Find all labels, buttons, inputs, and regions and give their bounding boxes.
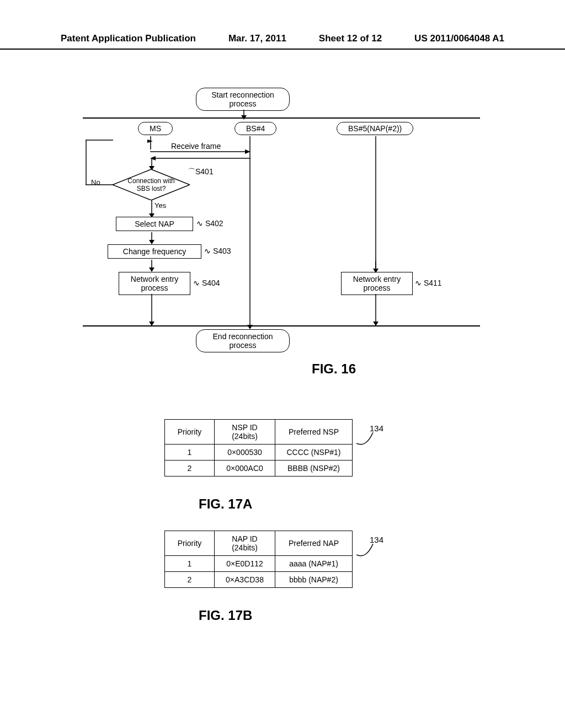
arrow-bs5-in-icon [372, 261, 379, 273]
h-pref-b: Preferred NAP [275, 531, 353, 556]
fig17a-table: Priority NSP ID (24bits) Preferred NSP 1… [164, 419, 353, 477]
lane-ms: MS [138, 122, 173, 135]
cell-id-2b: 0×A3CD38 [215, 572, 275, 588]
h-pref: Preferred NSP [275, 420, 353, 445]
ms-line-1 [150, 136, 151, 149]
svg-marker-20 [149, 240, 154, 244]
callout-curve-icon-b [356, 544, 376, 559]
header-date: Mar. 17, 2011 [228, 33, 286, 44]
label-s403: ∿ S403 [204, 247, 231, 255]
fig17b-table: Priority NAP ID (24bits) Preferred NAP 1… [164, 531, 353, 588]
label-s404: ∿ S404 [193, 279, 220, 287]
cell-pri-1: 1 [165, 445, 215, 461]
h-id-b: NAP ID (24bits) [215, 531, 275, 556]
cell-pri-2: 2 [165, 461, 215, 477]
header-sheet: Sheet 12 of 12 [319, 33, 382, 44]
end-text: End reconnection process [213, 332, 273, 350]
fig17b-table-wrap: Priority NAP ID (24bits) Preferred NAP 1… [164, 531, 353, 588]
fig17b-label: FIG. 17B [199, 608, 252, 623]
arrow-to-decision-icon [148, 158, 155, 170]
lane-bs5-text: BS#5(NAP(#2)) [348, 124, 402, 133]
lifeline-bs4 [249, 136, 250, 326]
fig16-label: FIG. 16 [312, 361, 356, 377]
fig16-flowchart: Start reconnection process MS BS#4 BS#5(… [66, 91, 497, 367]
arrow-2-icon [148, 232, 155, 244]
svg-marker-16 [147, 140, 153, 143]
svg-marker-28 [373, 322, 379, 326]
lane-ms-text: MS [150, 124, 161, 133]
lane-bs5: BS#5(NAP(#2)) [337, 122, 413, 135]
change-freq-box: Change frequency [108, 244, 201, 259]
fig17b-ref: 134 [370, 535, 383, 544]
svg-marker-6 [245, 149, 250, 154]
svg-marker-22 [149, 267, 154, 272]
select-nap-text: Select NAP [135, 220, 174, 228]
fig17a-ref: 134 [370, 424, 383, 433]
page-header: Patent Application Publication Mar. 17, … [0, 0, 565, 50]
cell-id-2: 0×000AC0 [215, 461, 275, 477]
cell-pri-1b: 1 [165, 556, 215, 572]
net-entry-ms-box: Network entry process [119, 272, 190, 295]
fig17a-table-wrap: Priority NSP ID (24bits) Preferred NSP 1… [164, 419, 353, 477]
callout-curve-icon [356, 432, 376, 448]
arrow-bs4-down-icon [247, 312, 253, 329]
decision-diamond: Connection with SBS lost? [113, 169, 190, 200]
cell-name-1b: aaaa (NAP#1) [275, 556, 353, 572]
start-text: Start reconnection process [211, 90, 274, 108]
label-s411: ∿ S411 [415, 279, 442, 287]
svg-marker-26 [149, 322, 154, 326]
table-row: 2 0×000AC0 BBBB (NSP#2) [165, 461, 353, 477]
net-entry-bs5-box: Network entry process [341, 272, 413, 295]
cell-name-1: CCCC (NSP#1) [275, 445, 353, 461]
header-pubno: US 2011/0064048 A1 [414, 33, 504, 44]
arrow-bs5-down-icon [372, 294, 379, 326]
start-terminal: Start reconnection process [196, 88, 290, 111]
divider-top [83, 117, 480, 119]
arrow-3-icon [148, 260, 155, 272]
fig17a-label: FIG. 17A [199, 496, 252, 512]
h-priority: Priority [165, 420, 215, 445]
cell-id-1: 0×000530 [215, 445, 275, 461]
h-priority-b: Priority [165, 531, 215, 556]
no-loop-arrowhead-icon [86, 140, 153, 143]
net-entry-bs5-text: Network entry process [353, 275, 401, 292]
header-left: Patent Application Publication [61, 33, 196, 44]
table-row: 1 0×E0D112 aaaa (NAP#1) [165, 556, 353, 572]
receive-arrows-icon [150, 149, 250, 160]
lane-bs4: BS#4 [234, 122, 276, 135]
arrow-yes-icon [148, 200, 155, 218]
net-entry-ms-text: Network entry process [131, 275, 178, 292]
yes-label: Yes [154, 201, 166, 210]
cell-name-2b: bbbb (NAP#2) [275, 572, 353, 588]
end-terminal: End reconnection process [196, 329, 290, 352]
no-loop-arrow-icon [86, 140, 113, 186]
cell-id-1b: 0×E0D112 [215, 556, 275, 572]
change-freq-text: Change frequency [123, 247, 186, 256]
svg-marker-24 [373, 269, 379, 273]
cell-pri-2b: 2 [165, 572, 215, 588]
table-row: 2 0×A3CD38 bbbb (NAP#2) [165, 572, 353, 588]
select-nap-box: Select NAP [116, 217, 193, 231]
svg-marker-29 [247, 325, 253, 329]
label-s401: ⌒S401 [188, 167, 214, 177]
label-s402: ∿ S402 [196, 219, 223, 228]
table-row: 1 0×000530 CCCC (NSP#1) [165, 445, 353, 461]
divider-bottom [83, 325, 480, 326]
decision-text: Connection with SBS lost? [126, 177, 176, 192]
h-id: NSP ID (24bits) [215, 420, 275, 445]
cell-name-2: BBBB (NSP#2) [275, 461, 353, 477]
arrow-ms-down-icon [148, 294, 155, 326]
lane-bs4-text: BS#4 [246, 124, 265, 133]
